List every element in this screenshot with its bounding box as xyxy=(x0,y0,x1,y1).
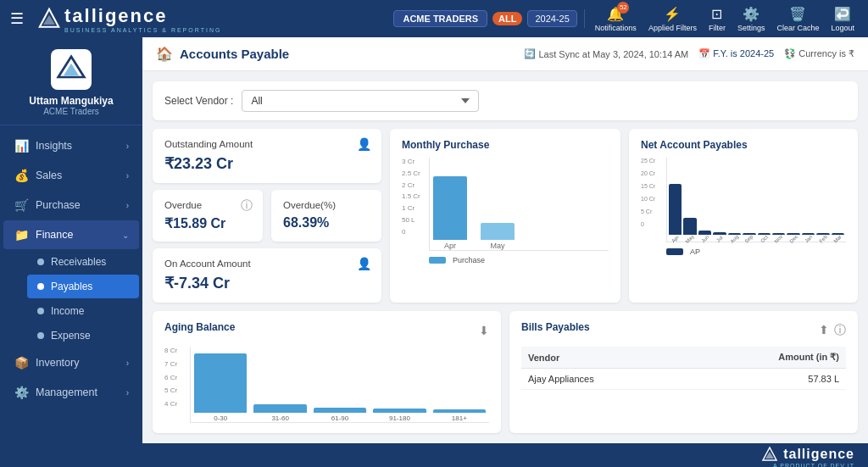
settings-button[interactable]: ⚙️ Settings xyxy=(734,6,769,32)
sidebar-item-inventory[interactable]: 📦 Inventory › xyxy=(3,348,139,377)
sidebar-item-payables[interactable]: Payables xyxy=(27,275,139,298)
vendor-label: Select Vendor : xyxy=(164,95,233,107)
clear-cache-button[interactable]: 🗑️ Clear Cache xyxy=(773,6,822,32)
page-meta: 🔄 Last Sync at May 3, 2024, 10:14 AM 📅 F… xyxy=(524,48,855,59)
filter-all-badge[interactable]: ALL xyxy=(492,12,522,25)
applied-filters-button[interactable]: ⚡ Applied Filters xyxy=(645,6,700,32)
home-icon: 🏠 xyxy=(156,46,173,62)
inventory-icon: 📦 xyxy=(14,356,29,370)
page-title-area: 🏠 Accounts Payable xyxy=(156,46,289,62)
sidebar-item-purchase[interactable]: 🛒 Purchase › xyxy=(3,191,139,220)
sidebar-item-expense[interactable]: Expense xyxy=(27,324,139,347)
management-icon: ⚙️ xyxy=(14,386,29,399)
footer: talligence A PRODUCT OF DEV IT xyxy=(142,443,868,467)
logout-button[interactable]: ↩️ Logout xyxy=(827,6,858,32)
footer-sub: A PRODUCT OF DEV IT xyxy=(773,463,854,468)
info-icon[interactable]: ⓘ xyxy=(241,198,253,214)
year-badge[interactable]: 2024-25 xyxy=(527,10,576,27)
overdue-value: ₹15.89 Cr xyxy=(164,215,251,231)
dot-icon xyxy=(37,283,44,290)
finance-icon: 📁 xyxy=(14,228,29,242)
sync-info: 🔄 Last Sync at May 3, 2024, 10:14 AM xyxy=(524,48,689,59)
monthly-purchase-title: Monthly Purchase xyxy=(402,139,609,151)
avatar xyxy=(51,49,92,90)
dot-icon xyxy=(37,308,44,314)
bottom-row: Aging Balance ⬇ 8 Cr 7 Cr 6 Cr 5 Cr 4 Cr xyxy=(153,311,858,433)
overdue-card: Overdue ₹15.89 Cr ⓘ xyxy=(153,190,263,242)
vendor-row: Select Vendor : All Ajay Appliances ACME… xyxy=(153,81,858,120)
download-icon[interactable]: ⬇ xyxy=(479,324,489,337)
chevron-right-icon: › xyxy=(126,171,129,181)
sync-icon: 🔄 xyxy=(524,48,536,59)
page-header: 🏠 Accounts Payable 🔄 Last Sync at May 3,… xyxy=(142,37,868,71)
on-account-card: On Account Amount ₹-7.34 Cr 👤 xyxy=(153,248,381,303)
on-account-label: On Account Amount xyxy=(164,259,370,269)
outstanding-label: Outstanding Amount xyxy=(164,139,370,149)
overdue-pct-card: Overdue(%) 68.39% xyxy=(271,190,381,242)
main-content: 🏠 Accounts Payable 🔄 Last Sync at May 3,… xyxy=(142,37,868,467)
filter-button[interactable]: ⊡ Filter xyxy=(705,6,729,32)
insights-icon: 📊 xyxy=(14,139,29,153)
overdue-pct-label: Overdue(%) xyxy=(283,200,370,210)
vendor-select[interactable]: All Ajay Appliances ACME Traders xyxy=(242,90,479,112)
aging-balance-card: Aging Balance ⬇ 8 Cr 7 Cr 6 Cr 5 Cr 4 Cr xyxy=(153,311,501,433)
chevron-down-icon: ⌄ xyxy=(122,231,129,240)
overdue-row: Overdue ₹15.89 Cr ⓘ Overdue(%) 68.39% xyxy=(153,190,381,242)
topbar: ☰ talligence BUSINESS ANALYTICS & REPORT… xyxy=(0,0,868,37)
info-icon[interactable]: 👤 xyxy=(357,257,371,270)
amount-column-header: Amount (in ₹) xyxy=(689,347,846,369)
info-icon[interactable]: ⓘ xyxy=(834,323,846,338)
bills-table: Vendor Amount (in ₹) Ajay Appliances 57.… xyxy=(521,347,846,390)
logo-text: talligence xyxy=(64,5,221,27)
sidebar-item-receivables[interactable]: Receivables xyxy=(27,250,139,274)
divider xyxy=(584,9,585,28)
calendar-icon: 📅 xyxy=(698,48,710,58)
net-payables-title: Net Account Payables xyxy=(641,139,846,151)
sidebar: Uttam Mangukiya ACME Traders 📊 Insights … xyxy=(0,37,142,467)
table-row: Ajay Appliances 57.83 L xyxy=(521,369,846,390)
amount-cell: 57.83 L xyxy=(689,369,846,390)
company-badge[interactable]: ACME TRADERS xyxy=(393,10,487,27)
outstanding-card: Outstanding Amount ₹23.23 Cr 👤 xyxy=(153,129,381,183)
info-icon[interactable]: 👤 xyxy=(357,137,371,151)
chevron-right-icon: › xyxy=(126,142,129,151)
sidebar-nav: 📊 Insights › 💰 Sales › 🛒 Purchase › xyxy=(0,125,142,467)
outstanding-value: ₹23.23 Cr xyxy=(164,154,370,173)
on-account-value: ₹-7.34 Cr xyxy=(164,274,370,292)
overdue-label: Overdue xyxy=(164,200,251,210)
topbar-left: ☰ talligence BUSINESS ANALYTICS & REPORT… xyxy=(10,5,221,33)
topbar-right: ACME TRADERS ALL 2024-25 🔔 52 Notificati… xyxy=(393,6,858,32)
chevron-right-icon: › xyxy=(126,359,129,368)
sidebar-item-finance[interactable]: 📁 Finance ⌄ xyxy=(3,220,139,249)
chevron-right-icon: › xyxy=(126,388,129,398)
finance-sub-menu: Receivables Payables Income Expense xyxy=(0,250,142,347)
vendor-cell: Ajay Appliances xyxy=(521,369,689,390)
monthly-purchase-chart: Monthly Purchase 3 Cr 2.5 Cr 2 Cr 1.5 Cr… xyxy=(390,129,620,303)
sidebar-item-income[interactable]: Income xyxy=(27,299,139,323)
logo-area: talligence BUSINESS ANALYTICS & REPORTIN… xyxy=(37,5,221,33)
footer-logo: talligence xyxy=(783,447,854,462)
sidebar-item-insights[interactable]: 📊 Insights › xyxy=(3,131,139,160)
net-payables-chart: Net Account Payables 25 Cr 20 Cr 15 Cr 1… xyxy=(629,129,858,303)
overdue-pct-value: 68.39% xyxy=(283,215,370,231)
sales-icon: 💰 xyxy=(14,169,29,182)
bills-payables-card: Bills Payables ⬆ ⓘ Vendor Amount (in ₹) xyxy=(509,311,858,433)
currency-info: 💱 Currency is ₹ xyxy=(784,48,854,59)
dot-icon xyxy=(37,259,44,265)
notification-count: 52 xyxy=(617,2,629,14)
currency-icon: 💱 xyxy=(784,48,796,58)
hamburger-icon[interactable]: ☰ xyxy=(10,9,24,28)
page-title: Accounts Payable xyxy=(180,47,289,61)
bills-title: Bills Payables xyxy=(521,321,590,333)
chevron-right-icon: › xyxy=(126,201,129,210)
sidebar-item-management[interactable]: ⚙️ Management › xyxy=(3,378,139,407)
sidebar-user: Uttam Mangukiya ACME Traders xyxy=(0,37,142,125)
aging-title: Aging Balance xyxy=(164,321,235,333)
notifications-button[interactable]: 🔔 52 Notifications xyxy=(592,6,640,32)
expand-icon[interactable]: ⬆ xyxy=(819,323,829,338)
user-company: ACME Traders xyxy=(43,107,99,116)
fy-info: 📅 F.Y. is 2024-25 xyxy=(698,48,774,59)
content-area: Select Vendor : All Ajay Appliances ACME… xyxy=(142,71,868,443)
sidebar-item-sales[interactable]: 💰 Sales › xyxy=(3,161,139,190)
user-name: Uttam Mangukiya xyxy=(29,95,113,107)
